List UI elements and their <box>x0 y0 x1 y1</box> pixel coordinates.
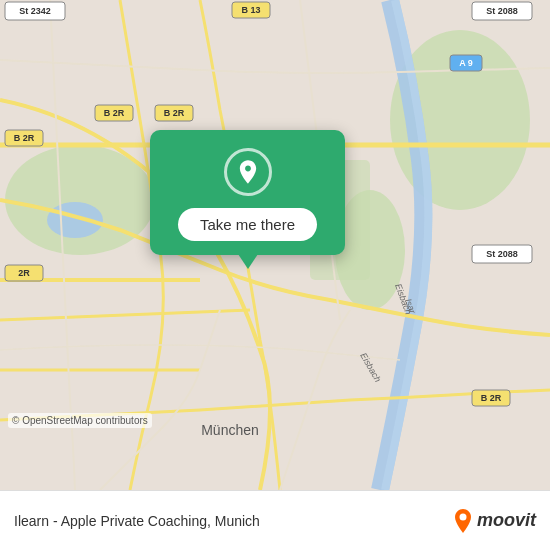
take-me-there-button[interactable]: Take me there <box>178 208 317 241</box>
popup-card: Take me there <box>150 130 345 255</box>
svg-text:St 2088: St 2088 <box>486 249 518 259</box>
svg-text:B 13: B 13 <box>241 5 260 15</box>
map-attribution: © OpenStreetMap contributors <box>8 413 152 428</box>
map-container: St 2342 B 13 St 2088 A 9 B 2R B 2R B 2R … <box>0 0 550 490</box>
moovit-logo: moovit <box>453 509 536 533</box>
location-pin-icon <box>234 158 262 186</box>
location-name-label: Ilearn - Apple Private Coaching, Munich <box>14 513 260 529</box>
bottom-bar: Ilearn - Apple Private Coaching, Munich … <box>0 490 550 550</box>
svg-text:München: München <box>201 422 259 438</box>
location-icon-wrapper <box>224 148 272 196</box>
moovit-pin-icon <box>453 509 473 533</box>
svg-text:B 2R: B 2R <box>164 108 185 118</box>
svg-text:St 2342: St 2342 <box>19 6 51 16</box>
svg-text:B 2R: B 2R <box>14 133 35 143</box>
svg-text:St 2088: St 2088 <box>486 6 518 16</box>
svg-text:2R: 2R <box>18 268 30 278</box>
svg-text:B 2R: B 2R <box>481 393 502 403</box>
svg-text:B 2R: B 2R <box>104 108 125 118</box>
svg-text:A 9: A 9 <box>459 58 473 68</box>
moovit-brand-text: moovit <box>477 510 536 531</box>
svg-point-35 <box>459 513 466 520</box>
